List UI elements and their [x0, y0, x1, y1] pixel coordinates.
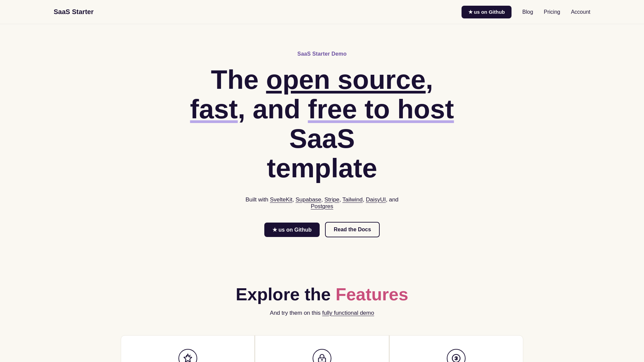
hero-subtitle: SaaS Starter Demo: [298, 51, 347, 57]
features-subtitle-prefix: And try them on this: [270, 310, 322, 316]
feature-icon-free-to-host: [178, 349, 197, 362]
hero-section: SaaS Starter Demo The open source,fast, …: [0, 24, 644, 257]
tech-daisyui[interactable]: DaisyUI: [366, 196, 386, 203]
nav-logo[interactable]: SaaS Starter: [54, 8, 94, 16]
hero-title-open-source: open source: [266, 65, 426, 95]
tech-tailwind[interactable]: Tailwind: [342, 196, 363, 203]
svg-point-5: [322, 360, 322, 360]
nav-pricing-link[interactable]: Pricing: [544, 9, 560, 15]
hero-title-the: The: [211, 65, 266, 95]
feature-card-pricing-page: Pricing Page: [389, 335, 523, 362]
tech-suffix: , and: [386, 196, 398, 203]
features-title-highlight: Features: [335, 285, 408, 304]
built-with-prefix: Built with: [246, 196, 270, 203]
feature-icon-user-auth: [313, 349, 331, 362]
tech-supabase[interactable]: Supabase: [296, 196, 321, 203]
built-with-text: Built with SvelteKit, Supabase, Stripe, …: [246, 196, 398, 210]
hero-buttons: ★ us on Github Read the Docs: [264, 222, 380, 237]
hero-title-free-to-host: free to host: [308, 94, 454, 124]
features-title: Explore the Features: [236, 284, 408, 304]
tech-postgres[interactable]: Postgres: [311, 203, 333, 209]
nav-github-button[interactable]: ★ us on Github: [462, 6, 512, 18]
svg-line-2: [189, 355, 190, 356]
hero-title-and: , and: [238, 94, 308, 124]
features-subtitle-link[interactable]: fully functional demo: [322, 310, 374, 316]
hero-title: The open source,fast, and free to host S…: [178, 65, 466, 183]
feature-card-user-auth: User Auth: [255, 335, 389, 362]
hero-title-comma1: ,: [426, 65, 433, 95]
tech-sveltekit[interactable]: SvelteKit: [270, 196, 292, 203]
navbar: SaaS Starter ★ us on Github Blog Pricing…: [0, 0, 644, 24]
hero-docs-button[interactable]: Read the Docs: [325, 222, 380, 237]
features-title-prefix: Explore the: [236, 285, 336, 304]
tech-stripe[interactable]: Stripe: [324, 196, 339, 203]
nav-blog-link[interactable]: Blog: [522, 9, 533, 15]
feature-card-free-to-host: Free to host: [121, 335, 255, 362]
hero-title-saas: SaaStemplate: [267, 124, 377, 183]
feature-cards: Free to host User Auth: [121, 335, 523, 362]
svg-line-1: [186, 355, 187, 356]
features-subtitle: And try them on this fully functional de…: [270, 310, 374, 316]
nav-right: ★ us on Github Blog Pricing Account: [462, 6, 590, 18]
features-section: Explore the Features And try them on thi…: [0, 257, 644, 362]
nav-account-link[interactable]: Account: [571, 9, 590, 15]
feature-icon-pricing-page: [447, 349, 466, 362]
hero-title-fast: fast: [190, 94, 238, 124]
hero-github-button[interactable]: ★ us on Github: [264, 223, 320, 237]
svg-marker-0: [184, 354, 192, 362]
